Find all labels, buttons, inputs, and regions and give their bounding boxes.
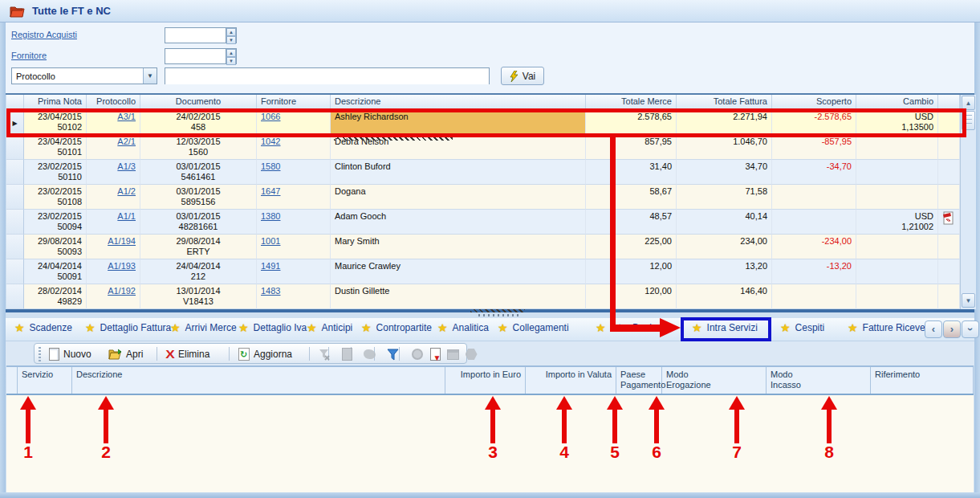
protocollo-link[interactable]: A1/193	[108, 261, 136, 271]
detail-column-header-riferimento[interactable]: Riferimento	[871, 367, 974, 394]
table-row[interactable]: 28/02/201449829A1/19213/01/2014V18413148…	[6, 284, 960, 309]
detail-column-header-importo-in-euro[interactable]: Importo in Euro	[445, 367, 526, 394]
cell	[6, 185, 24, 210]
pdf-attachment-icon[interactable]	[938, 210, 960, 235]
search-type-select[interactable]: Protocollo ▼	[11, 67, 157, 84]
apri-button[interactable]: Apri	[105, 345, 146, 362]
nuovo-icon	[49, 348, 59, 361]
scroll-down-icon[interactable]: ▼	[962, 293, 975, 308]
tab-contropartite[interactable]: ★Contropartite	[361, 321, 432, 334]
fornitore-field[interactable]: ▲▼	[165, 48, 237, 64]
registro-acquisti-spinner[interactable]: ▲▼	[226, 28, 236, 43]
search-input[interactable]	[165, 69, 489, 84]
registro-acquisti-input[interactable]	[165, 28, 226, 43]
table-row[interactable]: 24/04/201450091A1/19324/04/20142121491Ma…	[6, 259, 960, 284]
tab-analitica[interactable]: ★Analitica	[437, 321, 489, 334]
cell-line: 48281661	[144, 222, 252, 232]
grid-icon	[445, 347, 460, 361]
annotation-number-2: 2	[94, 443, 118, 462]
tab-label: Dettaglio Iva	[254, 322, 307, 333]
toolbar-separator	[229, 347, 230, 361]
toolbar-drag-handle[interactable]	[39, 347, 41, 361]
aggiorna-button[interactable]: ↻Aggiorna	[235, 345, 295, 362]
window-border-left	[0, 22, 6, 498]
header-line: Importo in Euro	[449, 369, 521, 380]
detail-column-header-importo-in-valuta[interactable]: Importo in Valuta	[526, 367, 616, 394]
filter-icon[interactable]	[385, 347, 400, 361]
elimina-button[interactable]: XElimina	[163, 345, 213, 362]
fornitore-input[interactable]	[165, 49, 226, 63]
cell	[6, 135, 24, 160]
table-row[interactable]: 29/08/201450093A1/19429/08/2014ERTY1001M…	[6, 235, 960, 259]
aggiorna-label: Aggiorna	[254, 349, 292, 360]
fornitore-link[interactable]: 1001	[261, 236, 280, 246]
toolbar-separator	[157, 347, 157, 361]
spin-up-icon[interactable]: ▲	[226, 49, 236, 57]
fornitore-link[interactable]: 1042	[261, 137, 280, 146]
protocollo-link[interactable]: A1/192	[108, 286, 136, 296]
cell-line: USD	[860, 211, 933, 222]
tabs-scroll-right-icon[interactable]: ›	[943, 320, 961, 338]
tab-dettaglio-fattura[interactable]: ★Dettaglio Fattura	[85, 321, 171, 334]
fornitore-link[interactable]: 1483	[261, 286, 280, 296]
descrizione-cell: Dustin Gillette	[331, 284, 586, 309]
spin-down-icon[interactable]: ▼	[226, 57, 236, 65]
cell: 31,40	[586, 160, 677, 185]
fornitore-link[interactable]: 1647	[261, 186, 280, 196]
splitter-handle[interactable]	[478, 314, 522, 316]
fornitore-link[interactable]: 1380	[261, 211, 280, 221]
tab-dettaglio-iva[interactable]: ★Dettaglio Iva	[238, 321, 307, 334]
protocollo-link[interactable]: A1/3	[117, 161, 136, 171]
cell-line: 03/01/2015	[144, 211, 252, 222]
detail-column-header-paese[interactable]: PaesePagamento	[616, 367, 662, 394]
cell	[856, 185, 938, 210]
detail-column-header-servizio[interactable]: Servizio	[18, 367, 72, 394]
nuovo-button[interactable]: Nuovo	[46, 345, 95, 362]
cell: -857,95	[772, 135, 856, 160]
tab-cespiti[interactable]: ★Cespiti	[780, 321, 824, 334]
table-row[interactable]: 23/02/201550110A1/303/01/201554614611580…	[6, 160, 960, 185]
protocollo-link[interactable]: A2/1	[117, 137, 136, 146]
fornitore-link[interactable]: 1491	[261, 261, 280, 271]
protocollo-link[interactable]: A1/2	[117, 186, 136, 196]
annotation-number-4: 4	[552, 443, 576, 462]
protocollo-link[interactable]: A1/1	[117, 211, 136, 221]
fornitore-link[interactable]: 1580	[261, 161, 280, 171]
detail-column-header-modo[interactable]: ModoIncasso	[767, 367, 871, 394]
annotation-arrowshaft-6	[654, 408, 659, 443]
registro-acquisti-field[interactable]: ▲▼	[165, 27, 237, 43]
cell	[6, 160, 24, 185]
cell	[6, 259, 24, 284]
registro-acquisti-link[interactable]: Registro Acquisti	[11, 30, 77, 39]
tabs-menu-icon[interactable]: ›	[962, 320, 979, 338]
spin-down-icon[interactable]: ▼	[226, 36, 236, 44]
tab-anticipi[interactable]: ★Anticipi	[307, 321, 352, 334]
table-row[interactable]: 23/04/201550101A2/112/03/201515601042Deb…	[6, 135, 960, 160]
title-bar: Tutte le FT e NC	[0, 0, 980, 22]
tab-arrivi-merce[interactable]: ★Arrivi Merce	[170, 321, 237, 334]
vai-label: Vai	[523, 71, 535, 82]
detail-column-header-modo[interactable]: ModoErogazione	[662, 367, 767, 394]
tab-scadenze[interactable]: ★Scadenze	[14, 321, 72, 334]
fornitore-link[interactable]: Fornitore	[11, 51, 47, 60]
fornitore-spinner[interactable]: ▲▼	[226, 49, 236, 63]
table-row[interactable]: 23/02/201550108A1/203/01/201558951561647…	[6, 185, 960, 210]
detail-column-header-descrizione[interactable]: Descrizione	[72, 367, 445, 394]
vai-button[interactable]: Vai	[501, 67, 544, 85]
table-row[interactable]: 23/02/201550094A1/103/01/201548281661138…	[6, 210, 960, 235]
tab-collegamenti[interactable]: ★Collegamenti	[498, 321, 569, 334]
protocollo-link[interactable]: A1/194	[108, 236, 136, 246]
cell-line: 13/01/2014	[144, 286, 252, 296]
annotation-arrow-shaft	[610, 325, 661, 332]
search-input-wrap[interactable]	[165, 67, 490, 84]
descrizione-cell: Maurice Crawley	[331, 259, 586, 284]
spin-up-icon[interactable]: ▲	[226, 28, 236, 36]
tab-fatture-ricevere[interactable]: ★Fatture Ricevere	[848, 321, 933, 334]
chevron-down-icon[interactable]: ▼	[143, 68, 157, 84]
annotation-tab-highlight-box	[681, 317, 771, 341]
export-pdf-icon[interactable]: ▼	[428, 347, 442, 361]
tabs-scroll-left-icon[interactable]: ‹	[925, 320, 942, 338]
tab-label: Fatture Ricevere	[863, 322, 934, 333]
annotation-number-7: 7	[725, 443, 749, 462]
cell-line: 29/08/2014	[144, 236, 252, 247]
